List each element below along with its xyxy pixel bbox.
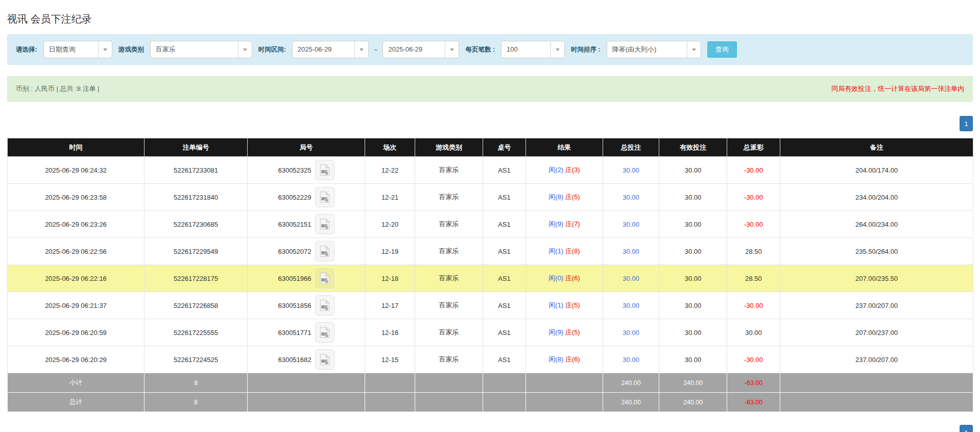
page-1-button[interactable]: 1 [960, 116, 973, 131]
game-type-cell: 百家乐 [415, 346, 483, 373]
bet-id-cell: 522617226858 [145, 292, 248, 319]
round-id: 630051856 [278, 302, 311, 309]
query-type-select[interactable]: 日期查询 [43, 41, 112, 58]
round-id: 630051682 [278, 356, 311, 364]
chevron-down-icon [354, 41, 368, 58]
total-bet-link[interactable]: 30.00 [623, 221, 639, 228]
session-cell: 12-16 [365, 319, 415, 346]
total-bet-link[interactable]: 30.00 [623, 248, 639, 255]
payout-cell: -30.00 [727, 211, 780, 238]
table-no-cell: AS1 [483, 319, 526, 346]
column-header: 场次 [365, 138, 415, 157]
video-record-button[interactable] [315, 160, 334, 180]
footer-count: 8 [145, 373, 248, 393]
time-order-select[interactable]: 降幂(由大到小) [607, 41, 701, 58]
footer-empty-cell [483, 373, 526, 393]
date-from-select[interactable]: 2025-06-29 [292, 41, 369, 58]
result-cell: 闲(9) 庄(5) [526, 319, 603, 346]
result-player: 闲(9) [548, 220, 563, 228]
pagination-top: 1 [7, 116, 973, 131]
video-record-button[interactable] [315, 214, 334, 234]
video-record-button[interactable] [315, 349, 334, 370]
video-record-button[interactable] [315, 268, 334, 289]
footer-payout: -63.00 [727, 373, 780, 393]
select-value: 2025-06-29 [293, 41, 354, 58]
table-no-cell: AS1 [483, 265, 526, 292]
valid-bet-cell: 30.00 [659, 211, 727, 238]
chevron-down-icon [98, 41, 112, 58]
table-body: 2025-06-29 06:24:32522617233081630052325… [8, 157, 973, 373]
page-size-select[interactable]: 100 [501, 41, 565, 58]
result-player: 闲(1) [548, 247, 563, 255]
remark-cell: 264.00/234.00 [780, 211, 973, 238]
footer-empty-cell [248, 393, 365, 412]
bet-id-cell: 522617233081 [145, 157, 248, 184]
game-type-cell: 百家乐 [415, 184, 483, 211]
bet-id-cell: 522617224525 [145, 346, 248, 373]
footer-count: 8 [145, 393, 248, 412]
column-header: 总派彩 [727, 138, 780, 157]
total-bet-cell: 30.00 [603, 319, 659, 346]
video-record-icon [320, 326, 330, 339]
session-cell: 12-15 [365, 346, 415, 373]
total-bet-cell: 30.00 [603, 211, 659, 238]
result-cell: 闲(8) 庄(5) [526, 184, 603, 211]
video-record-icon [320, 218, 330, 230]
footer-empty-cell [365, 373, 415, 393]
table-no-cell: AS1 [483, 346, 526, 373]
total-bet-link[interactable]: 30.00 [623, 166, 639, 174]
valid-bet-cell: 30.00 [659, 238, 727, 265]
round-cell: 630052325 [248, 157, 365, 184]
result-banker: 庄(7) [565, 220, 580, 228]
round-id: 630052229 [278, 194, 311, 201]
total-bet-cell: 30.00 [603, 238, 659, 265]
page-1-button[interactable]: 1 [960, 425, 973, 432]
total-bet-link[interactable]: 30.00 [623, 356, 639, 364]
result-player: 闲(8) [548, 355, 563, 363]
total-bet-link[interactable]: 30.00 [623, 275, 639, 282]
video-record-button[interactable] [315, 187, 334, 207]
chevron-down-icon [551, 41, 564, 58]
result-cell: 闲(0) 庄(6) [526, 265, 603, 292]
game-type-cell: 百家乐 [415, 319, 483, 346]
total-bet-link[interactable]: 30.00 [623, 302, 639, 309]
round-id: 630052325 [278, 166, 311, 174]
round-cell: 630052229 [248, 184, 365, 211]
round-id: 630052072 [278, 248, 311, 255]
table-row: 2025-06-29 06:24:32522617233081630052325… [8, 157, 973, 184]
valid-bet-cell: 30.00 [659, 265, 727, 292]
date-to-select[interactable]: 2025-06-29 [383, 41, 459, 58]
table-row: 2025-06-29 06:21:37522617226858630051856… [8, 292, 973, 319]
game-type-select[interactable]: 百家乐 [150, 41, 252, 58]
table-row: 2025-06-29 06:22:16522617228175630051966… [8, 265, 973, 292]
result-cell: 闲(8) 庄(6) [526, 346, 603, 373]
remark-cell: 234.00/204.00 [780, 184, 973, 211]
footer-valid-bet: 240.00 [659, 373, 727, 393]
remark-cell: 207.00/235.50 [780, 265, 973, 292]
result-cell: 闲(9) 庄(7) [526, 211, 603, 238]
select-value: 100 [501, 41, 551, 58]
payout-cell: -30.00 [727, 184, 780, 211]
round-cell: 630052072 [248, 238, 365, 265]
payout-cell: 28.50 [727, 238, 780, 265]
video-record-icon [320, 353, 330, 366]
result-player: 闲(0) [548, 274, 563, 282]
video-record-button[interactable] [315, 241, 334, 261]
table-row: 2025-06-29 06:20:29522617224525630051682… [8, 346, 973, 373]
footer-empty-cell [526, 373, 603, 393]
footer-empty-cell [365, 393, 415, 412]
result-player: 闲(8) [548, 193, 563, 201]
video-record-button[interactable] [315, 295, 334, 316]
time-cell: 2025-06-29 06:24:32 [8, 157, 145, 184]
payout-cell: -30.00 [727, 157, 780, 184]
total-bet-link[interactable]: 30.00 [623, 329, 639, 337]
chevron-down-icon [238, 41, 252, 58]
result-banker: 庄(3) [565, 166, 580, 174]
footer-total-bet: 240.00 [603, 393, 659, 412]
video-record-button[interactable] [315, 322, 334, 343]
search-button[interactable]: 查询 [707, 41, 737, 58]
footer-empty-cell [483, 393, 526, 412]
column-header: 游戏类别 [415, 138, 483, 157]
remark-cell: 237.00/207.00 [780, 292, 973, 319]
total-bet-link[interactable]: 30.00 [623, 194, 639, 201]
